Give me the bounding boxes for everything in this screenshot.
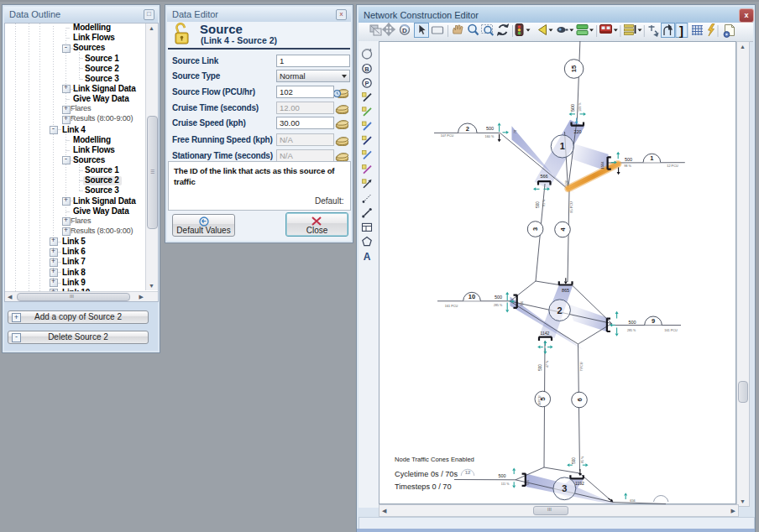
- svg-text:566: 566: [540, 174, 547, 179]
- svg-text:111 %: 111 %: [501, 482, 510, 486]
- svg-text:98 %: 98 %: [624, 164, 631, 168]
- svg-text:P: P: [364, 80, 369, 87]
- svg-text:3: 3: [562, 483, 567, 493]
- svg-text:6: 6: [576, 398, 584, 401]
- svg-text:D: D: [402, 27, 407, 34]
- svg-text:]: ]: [679, 23, 683, 38]
- svg-text:220: 220: [573, 129, 581, 134]
- svg-text:78: 78: [513, 129, 517, 133]
- svg-text:500: 500: [572, 457, 576, 464]
- svg-text:3: 3: [531, 227, 539, 231]
- svg-text:107 PCU: 107 PCU: [441, 134, 454, 138]
- svg-text:B: B: [364, 65, 369, 73]
- svg-text:Node Traffic Cones Enabled: Node Traffic Cones Enabled: [395, 456, 474, 463]
- svg-text:1: 1: [560, 141, 565, 151]
- svg-text:81 %: 81 %: [542, 199, 546, 206]
- svg-text:7 PCU: 7 PCU: [580, 362, 584, 371]
- svg-text:285 %: 285 %: [627, 329, 636, 332]
- svg-text:2: 2: [557, 305, 563, 316]
- svg-text:103 %: 103 %: [578, 102, 582, 112]
- svg-text:15: 15: [570, 65, 578, 72]
- svg-text:500: 500: [498, 473, 505, 478]
- svg-text:Cycletime 0s / 70s: Cycletime 0s / 70s: [395, 470, 458, 478]
- svg-text:1: 1: [650, 154, 653, 162]
- svg-text:1192: 1192: [575, 481, 584, 486]
- svg-text:9: 9: [652, 317, 655, 325]
- svg-text:500: 500: [495, 295, 502, 300]
- svg-text:616: 616: [526, 479, 530, 485]
- svg-text:161 PCU: 161 PCU: [445, 305, 458, 308]
- svg-text:95 PCU: 95 PCU: [570, 201, 573, 213]
- svg-text:500: 500: [538, 364, 542, 371]
- svg-text:500: 500: [628, 320, 636, 325]
- svg-text:1142: 1142: [541, 331, 550, 336]
- svg-text:161 PCU: 161 PCU: [664, 329, 678, 332]
- svg-text:4 PCU: 4 PCU: [538, 395, 542, 404]
- svg-text:865: 865: [562, 288, 569, 293]
- svg-text:1504: 1504: [600, 161, 605, 170]
- svg-text:10: 10: [468, 293, 475, 300]
- svg-text:102: 102: [564, 180, 568, 185]
- svg-text:85 %: 85 %: [581, 456, 584, 463]
- svg-text:A: A: [364, 251, 371, 263]
- svg-text:12: 12: [465, 470, 471, 475]
- svg-text:656: 656: [630, 499, 635, 503]
- svg-text:2: 2: [466, 125, 469, 133]
- svg-text:500: 500: [486, 126, 494, 131]
- svg-text:Timesteps 0 / 70: Timesteps 0 / 70: [395, 482, 452, 491]
- svg-text:160 %: 160 %: [485, 135, 495, 138]
- svg-text:306: 306: [520, 300, 524, 306]
- svg-text:500: 500: [570, 104, 575, 112]
- svg-text:500: 500: [536, 201, 540, 208]
- svg-text:500: 500: [625, 157, 632, 162]
- svg-text:285 %: 285 %: [494, 304, 503, 307]
- svg-text:47 %: 47 %: [546, 360, 549, 368]
- svg-text:12 PCU: 12 PCU: [667, 164, 678, 168]
